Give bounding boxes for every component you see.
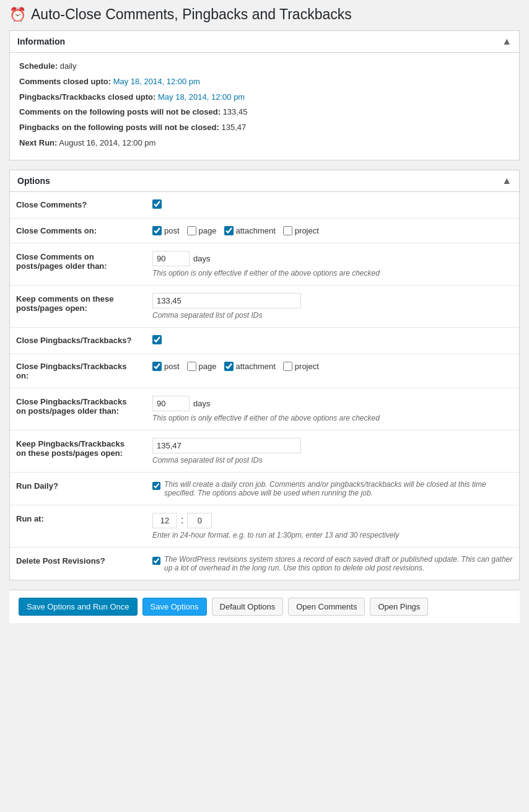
keep-pingbacks-open-row: Keep Pingbacks/Trackbacks on these posts…: [10, 430, 519, 472]
footer-buttons: Save Options and Run Once Save Options D…: [9, 590, 520, 623]
save-options-button[interactable]: Save Options: [142, 598, 207, 616]
pingbacks-page-option[interactable]: page: [187, 362, 217, 371]
attachment-checkbox[interactable]: [224, 226, 234, 235]
run-at-hour-input[interactable]: [152, 513, 177, 528]
pingbacks-post-checkbox[interactable]: [152, 362, 162, 371]
save-run-once-button[interactable]: Save Options and Run Once: [19, 598, 138, 616]
close-pingbacks-older-label: Close Pingbacks/Trackbacks on posts/page…: [16, 397, 126, 416]
page-checkbox[interactable]: [187, 226, 196, 235]
run-daily-checkbox[interactable]: [152, 481, 160, 491]
close-pingbacks-row: Close Pingbacks/Trackbacks?: [10, 327, 519, 354]
close-comments-older-row: Close Comments on posts/pages older than…: [10, 243, 519, 285]
pingbacks-post-option[interactable]: post: [152, 362, 180, 371]
information-header: Information ▲: [10, 31, 519, 53]
close-comments-on-row: Close Comments on: post page: [10, 218, 519, 243]
close-pingbacks-days-input[interactable]: [152, 396, 190, 411]
options-toggle[interactable]: ▲: [502, 175, 512, 186]
close-comments-on-options: post page attachment: [152, 226, 513, 235]
keep-comments-open-row: Keep comments on these posts/pages open:…: [10, 285, 519, 327]
keep-comments-open-label: Keep comments on these posts/pages open:: [16, 294, 114, 313]
page-title: ⏰ Auto-Close Comments, Pingbacks and Tra…: [9, 6, 520, 23]
run-daily-row: Run Daily? This will create a daily cron…: [10, 472, 519, 505]
pingbacks-project-checkbox[interactable]: [283, 362, 292, 371]
close-pingbacks-on-options: post page attachment: [152, 362, 513, 371]
close-pingbacks-checkbox[interactable]: [152, 335, 162, 344]
information-box: Information ▲ Schedule: daily Comments c…: [9, 30, 520, 160]
post-option[interactable]: post: [152, 226, 180, 235]
run-daily-hint: This will create a daily cron job. Comme…: [164, 480, 513, 497]
keep-pingbacks-open-hint: Comma separated list of post IDs: [152, 456, 513, 465]
close-comments-on-label: Close Comments on:: [16, 226, 97, 235]
comments-not-closed-row: Comments on the following posts will not…: [19, 106, 510, 119]
delete-revisions-checkbox[interactable]: [152, 556, 160, 565]
pingbacks-attachment-checkbox[interactable]: [224, 362, 234, 371]
project-option[interactable]: project: [283, 226, 319, 235]
close-comments-older-hint: This option is only effective if either …: [152, 269, 513, 277]
post-checkbox[interactable]: [152, 226, 162, 235]
clock-icon: ⏰: [9, 7, 26, 23]
options-box: Options ▲ Close Comments? Close Comments: [9, 170, 520, 580]
days-label: days: [193, 254, 210, 263]
close-comments-older-label: Close Comments on posts/pages older than…: [16, 252, 107, 271]
close-pingbacks-older-hint: This option is only effective if either …: [152, 414, 513, 422]
close-comments-row: Close Comments?: [10, 192, 519, 219]
close-pingbacks-older-row: Close Pingbacks/Trackbacks on posts/page…: [10, 388, 519, 430]
keep-pingbacks-open-input[interactable]: [152, 438, 301, 453]
run-at-minute-input[interactable]: [187, 513, 212, 528]
delete-revisions-row: Delete Post Revisions? The WordPress rev…: [10, 547, 519, 580]
close-pingbacks-label: Close Pingbacks/Trackbacks?: [16, 336, 131, 345]
attachment-option[interactable]: attachment: [224, 226, 276, 235]
options-header: Options ▲: [10, 170, 519, 192]
schedule-row: Schedule: daily: [19, 60, 510, 73]
information-toggle[interactable]: ▲: [502, 36, 512, 47]
open-comments-button[interactable]: Open Comments: [288, 598, 365, 616]
close-comments-days-input[interactable]: [152, 251, 190, 266]
pingbacks-attachment-option[interactable]: attachment: [224, 362, 276, 371]
time-colon: :: [181, 515, 183, 526]
run-at-label: Run at:: [16, 514, 44, 523]
pingbacks-not-closed-row: Pingbacks on the following posts will no…: [19, 121, 510, 134]
delete-revisions-label: Delete Post Revisions?: [16, 556, 105, 565]
next-run-row: Next Run: August 16, 2014, 12:00 pm: [19, 137, 510, 150]
keep-comments-open-input[interactable]: [152, 293, 301, 308]
pingbacks-project-option[interactable]: project: [283, 362, 319, 371]
open-pings-button[interactable]: Open Pings: [370, 598, 428, 616]
pingbacks-days-label: days: [193, 399, 210, 408]
options-table: Close Comments? Close Comments on:: [10, 192, 519, 580]
keep-comments-open-hint: Comma separated list of post IDs: [152, 311, 513, 320]
close-pingbacks-on-label: Close Pingbacks/Trackbacks on:: [16, 362, 126, 380]
keep-pingbacks-open-label: Keep Pingbacks/Trackbacks on these posts…: [16, 439, 125, 458]
run-daily-label: Run Daily?: [16, 481, 58, 491]
pingbacks-closed-row: Pingbacks/Trackbacks closed upto: May 18…: [19, 91, 510, 104]
project-checkbox[interactable]: [283, 226, 292, 235]
information-content: Schedule: daily Comments closed upto: Ma…: [10, 53, 519, 160]
pingbacks-page-checkbox[interactable]: [187, 362, 196, 371]
run-at-row: Run at: : Enter in 24-hour format. e.g. …: [10, 505, 519, 547]
run-at-hint: Enter in 24-hour format. e.g. to run at …: [152, 531, 513, 539]
information-title: Information: [17, 37, 65, 46]
comments-closed-row: Comments closed upto: May 18, 2014, 12:0…: [19, 76, 510, 89]
page-option[interactable]: page: [187, 226, 217, 235]
options-title: Options: [17, 176, 50, 186]
options-content: Close Comments? Close Comments on:: [10, 192, 519, 580]
close-comments-checkbox[interactable]: [152, 199, 162, 209]
delete-revisions-hint: The WordPress revisions system stores a …: [164, 555, 513, 572]
default-options-button[interactable]: Default Options: [212, 598, 284, 616]
close-pingbacks-on-row: Close Pingbacks/Trackbacks on: post page: [10, 354, 519, 388]
close-comments-label: Close Comments?: [16, 200, 87, 209]
